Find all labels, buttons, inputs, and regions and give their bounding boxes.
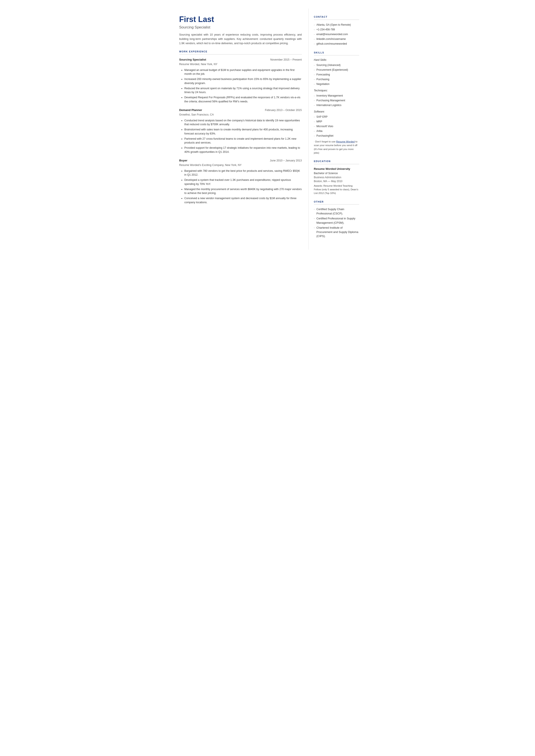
job-header-0: Sourcing Specialist November 2015 – Pres… (179, 58, 302, 62)
contact-item-1: +1-234-456-789 (314, 27, 359, 32)
education-section: EDUCATION Resume Worded University Bache… (314, 159, 359, 195)
software-3: Ariba (314, 129, 359, 133)
hard-skill-2: Forecasting (314, 72, 359, 77)
contact-heading: CONTACT (314, 15, 359, 20)
job-bullets-2: Bargained with 780 vendors to get the be… (179, 169, 302, 205)
job-title-0: Sourcing Specialist (179, 58, 206, 62)
job-dates-1: February 2013 – October 2015 (265, 108, 302, 112)
candidate-name: First Last (179, 15, 302, 24)
technique-2: International Logistics (314, 103, 359, 107)
techniques-list: Inventory Management Purchasing Manageme… (314, 93, 359, 107)
job-bullets-0: Managed an annual budget of $1M to purch… (179, 68, 302, 104)
work-experience-heading: WORK EXPERIENCE (179, 50, 302, 55)
software-2: Microsoft Visio (314, 124, 359, 129)
bullet-2-0: Bargained with 780 vendors to get the be… (182, 169, 302, 177)
other-heading: OTHER (314, 200, 359, 205)
software-0: SAP ERP (314, 114, 359, 119)
software-label: Software: (314, 110, 359, 114)
other-item-0: Certified Supply Chain Professional (CSC… (314, 207, 359, 215)
summary-text: Sourcing specialist with 10 years of exp… (179, 33, 302, 45)
software-list: SAP ERP MRP Microsoft Visio Ariba Purcha… (314, 114, 359, 138)
resume-page: First Last Sourcing Specialist Sourcing … (171, 0, 365, 258)
hard-skill-1: Procurement (Experienced) (314, 68, 359, 72)
edu-degree: Bachelor of Science (314, 171, 359, 176)
edu-location: Boston, MA — May 2010 (314, 179, 359, 183)
job-dates-0: November 2015 – Present (270, 58, 302, 62)
job-title-1: Demand Planner (179, 108, 202, 112)
techniques-label: Techniques: (314, 89, 359, 93)
hard-skill-3: Purchasing (314, 77, 359, 82)
note-prefix: Don’t forget to use (315, 140, 336, 143)
job-bullets-1: Conducted trend analysis based on the co… (179, 119, 302, 154)
bullet-2-2: Managed the monthly procurement of servi… (182, 187, 302, 195)
software-1: MRP (314, 119, 359, 124)
contact-section: CONTACT Atlanta, GA (Open to Remote) +1-… (314, 15, 359, 46)
bullet-0-0: Managed an annual budget of $1M to purch… (182, 68, 302, 76)
left-column: First Last Sourcing Specialist Sourcing … (171, 9, 309, 250)
skills-section: SKILLS Hard Skills: Sourcing (Advanced) … (314, 51, 359, 155)
job-block-0: Sourcing Specialist November 2015 – Pres… (179, 58, 302, 104)
other-text-0: Certified Supply Chain Professional (CSC… (317, 208, 344, 215)
technique-0: Inventory Management (314, 93, 359, 98)
hard-skills-label: Hard Skills: (314, 58, 359, 62)
job-title-2: Buyer (179, 158, 187, 163)
resume-worded-note: · Don’t forget to use Resume Worded to s… (314, 140, 359, 155)
hard-skills-list: Sourcing (Advanced) Procurement (Experie… (314, 63, 359, 86)
job-dates-2: June 2010 – January 2013 (270, 159, 302, 163)
other-item-2: Chartered Institute of Procurement and S… (314, 226, 359, 238)
resume-worded-link[interactable]: Resume Worded (336, 140, 355, 143)
bullet-1-0: Conducted trend analysis based on the co… (182, 119, 302, 127)
job-header-1: Demand Planner February 2013 – October 2… (179, 108, 302, 112)
bullet-0-1: Increased 200 minority-owned business pa… (182, 77, 302, 85)
contact-item-2: email@resumeworded.com (314, 32, 359, 37)
contact-item-0: Atlanta, GA (Open to Remote) (314, 22, 359, 27)
edu-awards: Awards: Resume Worded Teaching Fellow (o… (314, 184, 359, 195)
hard-skill-4: Negotiation (314, 82, 359, 86)
education-heading: EDUCATION (314, 159, 359, 164)
job-company-1: Growthsi, San Francisco, CA (179, 113, 302, 117)
bullet-0-3: Developed Request For Proposals (RFPs) a… (182, 96, 302, 104)
candidate-title: Sourcing Specialist (179, 25, 302, 30)
other-text-1: Certified Professional in Supply Managem… (317, 217, 355, 224)
edu-field: Business Administration (314, 176, 359, 179)
bullet-2-3: Conceived a new vendor management system… (182, 196, 302, 205)
job-header-2: Buyer June 2010 – January 2013 (179, 158, 302, 163)
other-item-1: Certified Professional in Supply Managem… (314, 216, 359, 225)
job-block-2: Buyer June 2010 – January 2013 Resume Wo… (179, 158, 302, 205)
job-company-2: Resume Worded’s Exciting Company, New Yo… (179, 163, 302, 167)
other-text-2: Chartered Institute of Procurement and S… (317, 226, 358, 238)
hard-skill-0: Sourcing (Advanced) (314, 63, 359, 68)
bullet-1-1: Brainstormed with sales team to create m… (182, 127, 302, 136)
technique-1: Purchasing Management (314, 98, 359, 103)
job-block-1: Demand Planner February 2013 – October 2… (179, 108, 302, 154)
other-section: OTHER Certified Supply Chain Professiona… (314, 200, 359, 238)
contact-item-3: linkedin.com/in/username (314, 37, 359, 42)
contact-list: Atlanta, GA (Open to Remote) +1-234-456-… (314, 22, 359, 46)
bullet-1-3: Provided support for developing 17 strat… (182, 146, 302, 154)
bullet-1-2: Partnered with 27 cross-functional teams… (182, 137, 302, 145)
job-company-0: Resume Worded, New York, NY (179, 62, 302, 66)
edu-school: Resume Worded University (314, 167, 359, 171)
software-4: PurchasingNet (314, 133, 359, 138)
skills-heading: SKILLS (314, 51, 359, 56)
right-column: CONTACT Atlanta, GA (Open to Remote) +1-… (309, 9, 365, 250)
bullet-2-1: Developed a system that tracked over 1.3… (182, 178, 302, 186)
bullet-0-2: Reduced the amount spent on materials by… (182, 86, 302, 95)
contact-item-4: github.com/resumeworded (314, 42, 359, 46)
